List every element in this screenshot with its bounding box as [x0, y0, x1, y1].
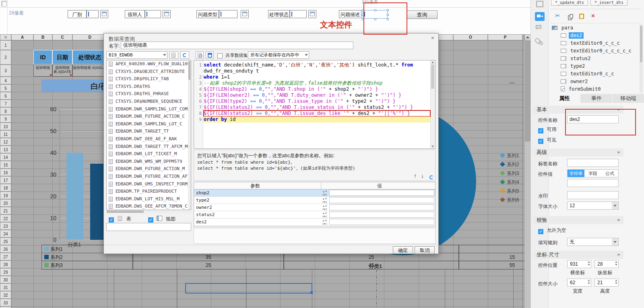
tab-事件[interactable]: 事件: [580, 94, 612, 103]
table-list-item[interactable]: CTXSYS.DR$POLICY_TAB: [107, 75, 191, 83]
table-list-item[interactable]: EDBADM.DWT_OEE_AE_F_BAK: [107, 135, 191, 143]
value-tab-公式[interactable]: 公式: [601, 170, 618, 177]
parameter-row[interactable]: type2▲▼ ABC: [194, 197, 435, 204]
table-list-item[interactable]: EDBADM.DWR_WMS_WM_DPPM579: [107, 158, 191, 166]
section-validate[interactable]: 校验: [533, 216, 623, 224]
table-list-item[interactable]: EDBADM.TP_PAIREDPRODUCT: [107, 188, 191, 196]
table-list-vscrollbar[interactable]: [188, 60, 191, 210]
param-move-down-icon[interactable]: ↓: [421, 173, 424, 179]
parameter-row[interactable]: owner2▲▼ ABC: [194, 204, 435, 211]
field-picker-button-3[interactable]: [241, 10, 249, 18]
paste-icon[interactable]: [579, 14, 584, 19]
parameter-value-input[interactable]: [329, 219, 434, 225]
field-input-3[interactable]: [219, 10, 237, 18]
tree-item-type2[interactable]: type2: [561, 62, 586, 70]
sql-editor[interactable]: 1select decode(shift_name,'D','白班','N','…: [194, 60, 436, 149]
parameter-row[interactable]: shop2▲▼ ABC: [194, 189, 435, 197]
parameter-row[interactable]: des2▲▼ ABC: [194, 219, 435, 226]
height-stepper[interactable]: 21: [594, 279, 619, 287]
width-stepper[interactable]: 62: [567, 279, 591, 287]
tree-item-textEditor0_c_c_c_c_c[interactable]: textEditor0_c_c_c_c_c: [561, 47, 633, 55]
query-button[interactable]: 查询: [407, 10, 438, 19]
section-position-size[interactable]: 坐标·尺寸: [533, 251, 623, 259]
parameter-value-input[interactable]: [329, 212, 434, 218]
link-icon[interactable]: [534, 37, 542, 45]
allow-empty-checkbox[interactable]: ✓ 允许为空: [538, 227, 566, 234]
fill-rule-select[interactable]: 无: [567, 238, 619, 246]
tree-item-textEditor0_c_c[interactable]: textEditor0_c_c: [561, 70, 615, 78]
field-input-2[interactable]: [145, 10, 161, 18]
table-list-item[interactable]: EDBADM.DWR_LOT_TICKET_M: [107, 150, 191, 158]
selected-cell-range[interactable]: [185, 283, 312, 293]
position-y-stepper[interactable]: 28: [594, 260, 619, 268]
table-list-item[interactable]: EDBADM.DWR_TARGET_TT: [107, 128, 191, 135]
refresh-tables-button[interactable]: [180, 51, 189, 59]
parameter-value-input[interactable]: [329, 204, 434, 210]
table-list-item[interactable]: EDBADM.DWR_SAMPLING_LOT_COMPONENT: [107, 106, 191, 113]
database-select[interactable]: B19_EDWDB: [106, 51, 167, 59]
tree-root-para[interactable]: para: [552, 24, 575, 32]
preview-data-button[interactable]: [196, 51, 204, 59]
field-picker-button-4[interactable]: [308, 10, 316, 18]
tree-item-owner2[interactable]: owner2: [561, 78, 589, 85]
table-list-item[interactable]: CTXSYS.DR$NUMBER_SEQUENCE: [107, 98, 191, 106]
position-x-stepper[interactable]: 931: [567, 260, 591, 268]
value-tab-字符串[interactable]: 字符串: [568, 170, 584, 177]
scrollbar-thumb[interactable]: [525, 41, 530, 142]
tag-name-input[interactable]: [567, 159, 619, 167]
share-dataset-checkbox[interactable]: 共享数据集: [217, 52, 248, 59]
copy-icon[interactable]: [568, 15, 572, 20]
export-data-button[interactable]: [206, 51, 214, 59]
enabled-checkbox[interactable]: ✓ 可用: [538, 126, 556, 133]
watermark-input[interactable]: [567, 191, 619, 199]
table-list-item[interactable]: CTXSYS.DR$OBJECT_ATTRIBUTE: [107, 68, 191, 76]
tree-item-textEditor0_c_c_c[interactable]: textEditor0_c_c_c: [561, 40, 621, 47]
field-input-4[interactable]: [290, 10, 307, 18]
parameter-row[interactable]: status2▲▼ ABC: [194, 211, 435, 219]
table-filter-input[interactable]: [106, 223, 191, 231]
table-list-item[interactable]: APEX_040200.WWV_FLOW_DUAL100: [107, 60, 191, 68]
widget-value-input[interactable]: [567, 179, 619, 187]
parameter-table[interactable]: 参数 值 shop2▲▼ ABCtype2▲▼ ABCowner2▲▼ ABCs…: [194, 182, 436, 227]
font-size-select[interactable]: 12: [567, 202, 619, 210]
table-list[interactable]: APEX_040200.WWV_FLOW_DUAL100CTXSYS.DR$OB…: [106, 60, 191, 210]
table-list-item[interactable]: CTXSYS.DR$THS_PHRASE: [107, 90, 191, 98]
tree-item-formSubmit0[interactable]: formSubmit0: [561, 85, 602, 93]
delete-icon[interactable]: ×: [591, 12, 595, 19]
table-list-item[interactable]: CTXSYS.DR$THS: [107, 83, 191, 91]
field-picker-button-1[interactable]: [100, 10, 108, 18]
tab-属性[interactable]: 属性: [549, 94, 580, 103]
tree-item-status2[interactable]: status2: [561, 55, 592, 62]
table-list-item[interactable]: EDBADM.DWR_SAMPLING_LOT_C: [107, 121, 191, 128]
param-move-up-icon[interactable]: ↑: [414, 173, 417, 179]
tree-item-des2[interactable]: des2: [561, 32, 584, 40]
parameter-value-input[interactable]: [329, 197, 434, 203]
tab-移动端[interactable]: 移动端: [613, 94, 644, 103]
close-icon[interactable]: ×: [431, 35, 434, 41]
memory-mode-select[interactable]: 所有记录都保存在内存中: [248, 51, 309, 59]
table-list-item[interactable]: EDBADM.DWR_FUTURE_ACTION_M: [107, 165, 191, 173]
parameter-type-icon[interactable]: ▲▼ ABC: [321, 190, 328, 196]
view-type-checkbox[interactable]: ✓ 视图: [148, 215, 175, 223]
param-refresh-icon[interactable]: [428, 174, 432, 178]
parameter-type-icon[interactable]: ▲▼ ABC: [321, 204, 328, 211]
parameter-value-input[interactable]: [329, 190, 434, 196]
dataset-name-input[interactable]: 值班明细表: [121, 42, 353, 49]
table-list-item[interactable]: EDBADM.DWR_LOT_HIS_MSL_M: [107, 196, 191, 203]
widget-tool-icon[interactable]: [535, 12, 545, 21]
table-list-item[interactable]: EDBADM.DWD_TARGET_TT_AFCM_MON_BAK: [107, 143, 191, 151]
scroll-up-button[interactable]: [524, 34, 531, 40]
value-type-segmented[interactable]: 字符串字段公式: [567, 169, 619, 177]
table-list-item[interactable]: EDBADM.DWR_FUTURE_ACTION_C: [107, 113, 191, 121]
layers-icon[interactable]: [536, 25, 541, 29]
region-tool-icon[interactable]: [536, 1, 543, 7]
tree-scrollbar[interactable]: [640, 24, 643, 93]
parameter-type-icon[interactable]: ▲▼ ABC: [321, 219, 328, 225]
parameter-type-icon[interactable]: ▲▼ ABC: [321, 197, 328, 204]
widget-tree[interactable]: parades2textEditor0_c_c_ctextEditor0_c_c…: [550, 24, 639, 94]
visible-checkbox[interactable]: ✓ 可见: [538, 136, 556, 144]
field-input-1[interactable]: [87, 10, 99, 18]
parameter-type-icon[interactable]: ▲▼ ABC: [321, 212, 328, 218]
table-list-item[interactable]: EDBADM.DWS_OEE_AFCM_78MON_C: [107, 203, 191, 210]
table-list-hscrollbar[interactable]: [106, 210, 191, 213]
